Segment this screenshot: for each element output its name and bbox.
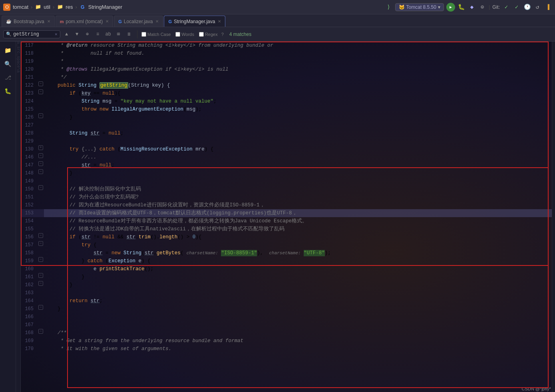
path-text: a_src_space\a bbox=[16, 42, 20, 73]
words-checkbox[interactable] bbox=[175, 32, 180, 37]
fold-122[interactable]: − bbox=[38, 81, 43, 86]
code-editor[interactable]: 117 * @return resource String matching <… bbox=[21, 42, 552, 392]
tomcat-icon: 🐱 bbox=[399, 4, 405, 10]
fold-126[interactable]: − bbox=[38, 113, 43, 118]
line-num-162: 162 bbox=[21, 281, 38, 289]
code-128: String str = null; bbox=[44, 129, 552, 137]
sidebar-folder-icon[interactable]: 📁 bbox=[2, 45, 14, 56]
sidebar-search-icon[interactable]: 🔍 bbox=[2, 58, 14, 69]
fold-147[interactable]: − bbox=[38, 161, 43, 166]
code-150: // 解决控制台国际化中文乱码 bbox=[44, 185, 552, 193]
chrome-icon: G bbox=[80, 4, 86, 10]
search-expand-button[interactable]: ⊕ bbox=[84, 30, 92, 38]
code-line-130: 130 + try {...} catch (MissingResourceEx… bbox=[21, 145, 552, 153]
fold-168[interactable]: − bbox=[38, 329, 43, 334]
code-line-117: 117 * @return resource String matching <… bbox=[21, 42, 552, 49]
fold-146[interactable]: − bbox=[38, 153, 43, 158]
git-check-icon[interactable]: ✓ bbox=[502, 3, 510, 11]
search-prev-button[interactable]: ▲ bbox=[63, 30, 71, 38]
words-option[interactable]: Words bbox=[175, 32, 194, 37]
code-148: } bbox=[44, 169, 552, 177]
search-input[interactable] bbox=[13, 32, 53, 37]
fold-130[interactable]: + bbox=[38, 145, 43, 150]
git-check2-icon[interactable]: ✓ bbox=[513, 3, 521, 11]
search-input-wrap[interactable]: 🔍 ✕ bbox=[3, 30, 60, 38]
line-num-149: 149 bbox=[21, 177, 38, 185]
run-button[interactable]: ▶ bbox=[446, 3, 455, 12]
code-line-164: 164 return str; bbox=[21, 297, 552, 305]
tab-stringmanager-close[interactable]: ✕ bbox=[218, 19, 221, 24]
code-line-120: 120 * @throws IllegalArgumentException i… bbox=[21, 65, 552, 73]
fold-123[interactable]: − bbox=[38, 89, 43, 94]
code-122: public String getString(String key) { bbox=[44, 81, 552, 89]
help-icon[interactable]: ? bbox=[221, 32, 224, 37]
tab-localizer-close[interactable]: ✕ bbox=[155, 19, 159, 24]
fold-157[interactable]: − bbox=[38, 241, 43, 246]
sidebar-debug-icon[interactable]: 🐛 bbox=[2, 85, 14, 97]
code-159: } catch (Exception e) { bbox=[44, 257, 552, 265]
tab-localizer[interactable]: G Localizer.java ✕ bbox=[114, 16, 163, 27]
code-line-161: 161 − } bbox=[21, 273, 552, 281]
code-121: */ bbox=[44, 73, 552, 81]
code-line-129: 129 bbox=[21, 137, 552, 145]
git-clock-icon[interactable]: 🕐 bbox=[523, 3, 531, 11]
code-line-123: 123 − if (key == null){ bbox=[21, 89, 552, 97]
fold-150[interactable]: − bbox=[38, 185, 43, 190]
code-117: * @return resource String matching <i>ke… bbox=[44, 42, 552, 49]
code-line-157: 157 − try { bbox=[21, 241, 552, 249]
search-multiline-button[interactable]: ≡ bbox=[94, 30, 102, 38]
code-169: * Get a string from the underlying resou… bbox=[44, 337, 552, 345]
search-filter-button[interactable]: ⊞ bbox=[115, 30, 123, 38]
fold-161[interactable]: − bbox=[38, 273, 43, 278]
search-next-button[interactable]: ▼ bbox=[73, 30, 81, 38]
line-num-120: 120 bbox=[21, 65, 38, 73]
debug-target-icon: ⟩ bbox=[385, 3, 393, 11]
fold-159[interactable]: − bbox=[38, 257, 43, 262]
match-case-option[interactable]: Match Case bbox=[141, 32, 171, 37]
regex-checkbox[interactable] bbox=[199, 32, 204, 37]
line-num-118: 118 bbox=[21, 49, 38, 57]
search-word-button[interactable]: ab bbox=[104, 30, 112, 38]
code-line-127: 127 bbox=[21, 121, 552, 129]
tab-pom[interactable]: m pom.xml (tomcat) ✕ bbox=[56, 16, 113, 27]
debug-button[interactable]: 🐛 bbox=[458, 3, 465, 11]
tab-pom-close[interactable]: ✕ bbox=[105, 19, 109, 24]
fold-165[interactable]: − bbox=[38, 305, 43, 310]
coverage-button[interactable]: ◆ bbox=[468, 3, 476, 11]
line-num-124: 124 bbox=[21, 97, 38, 105]
path-strip: a_src_space\a bbox=[16, 42, 21, 392]
tab-bootstrap[interactable]: ☕ Bootstrap.java ✕ bbox=[2, 16, 55, 27]
code-125: throw new IllegalArgumentException(msg); bbox=[44, 105, 552, 113]
code-line-126: 126 − } bbox=[21, 113, 552, 121]
gutter-147: − bbox=[38, 161, 44, 166]
git-label: Git: bbox=[492, 4, 500, 10]
sidebar-git-icon[interactable]: ⎇ bbox=[2, 72, 14, 83]
code-line-146: 146 − //... bbox=[21, 153, 552, 161]
line-num-168: 168 bbox=[21, 329, 38, 337]
code-line-153: 153 // 而Idea设置的编码格式是UTF-8，tomcat默认日志格式(l… bbox=[21, 209, 552, 217]
git-undo-icon[interactable]: ↺ bbox=[533, 3, 541, 11]
code-162: } bbox=[44, 281, 552, 289]
fold-156[interactable]: − bbox=[38, 233, 43, 238]
match-case-checkbox[interactable] bbox=[141, 32, 146, 37]
util-icon: 📁 bbox=[35, 4, 41, 10]
code-line-168: 168 − /** bbox=[21, 329, 552, 337]
gutter-126: − bbox=[38, 113, 44, 118]
color-picker-icon[interactable]: ▐ bbox=[544, 3, 552, 11]
run-config[interactable]: 🐱 Tomcat 8.5.50 ▾ bbox=[395, 3, 444, 11]
right-scrollbar[interactable] bbox=[552, 42, 555, 392]
regex-option[interactable]: Regex bbox=[199, 32, 218, 37]
fold-162[interactable]: − bbox=[38, 281, 43, 286]
line-num-148: 148 bbox=[21, 169, 38, 177]
search-options-button[interactable]: ≣ bbox=[125, 30, 133, 38]
tab-stringmanager[interactable]: G StringManager.java ✕ bbox=[164, 16, 225, 27]
code-line-122: 122 − public String getString(String key… bbox=[21, 81, 552, 89]
line-num-128: 128 bbox=[21, 129, 38, 137]
tab-bootstrap-close[interactable]: ✕ bbox=[47, 19, 50, 24]
line-num-123: 123 bbox=[21, 89, 38, 97]
profile-button[interactable]: ⊙ bbox=[478, 3, 486, 11]
line-num-152: 152 bbox=[21, 201, 38, 209]
line-num-161: 161 bbox=[21, 273, 38, 281]
fold-148[interactable]: − bbox=[38, 169, 43, 174]
search-clear-icon[interactable]: ✕ bbox=[55, 32, 58, 37]
